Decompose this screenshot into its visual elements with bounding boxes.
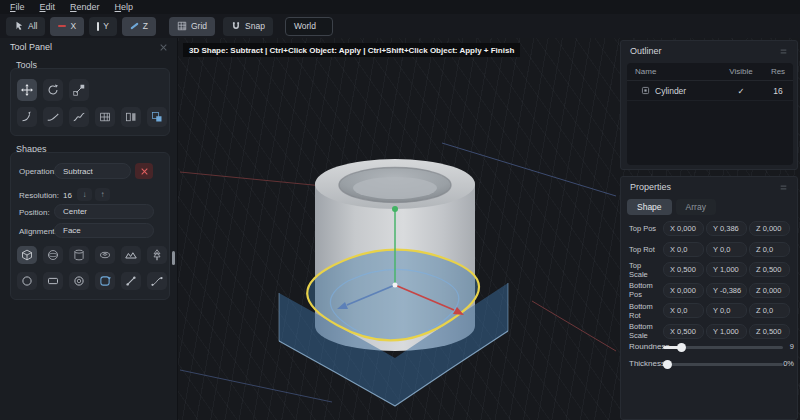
shape-loop-button[interactable] xyxy=(95,272,115,290)
shape-sphere-button[interactable] xyxy=(43,246,63,264)
prop-x-field[interactable]: X 0,000 xyxy=(663,283,704,298)
prop-y-field[interactable]: Y 1,000 xyxy=(706,324,747,339)
operation-select[interactable]: Subtract xyxy=(54,163,131,179)
shape-torus-button[interactable] xyxy=(95,246,115,264)
gizmo-y-handle[interactable] xyxy=(392,206,398,212)
visibility-toggle[interactable]: ✓ xyxy=(719,86,763,96)
menu-help[interactable]: Help xyxy=(115,2,134,12)
prop-x-field[interactable]: X 0,500 xyxy=(663,262,704,277)
resolution-increase-button[interactable]: ↑ xyxy=(95,188,110,201)
shape-ring-button[interactable] xyxy=(69,272,89,290)
tool-panel: Tool Panel Tools Shapes Operation: Subtr… xyxy=(0,38,178,420)
toolbar-all-button[interactable]: All xyxy=(6,17,45,36)
prop-x-field[interactable]: X 0,0 xyxy=(663,303,704,318)
gizmo-center[interactable] xyxy=(393,283,398,288)
tools-card xyxy=(10,68,170,136)
tab-shape[interactable]: Shape xyxy=(627,199,672,215)
tool-move-button[interactable] xyxy=(17,79,37,101)
toolbar-z-button[interactable]: Z xyxy=(122,17,156,36)
toolbar-y-label: Y xyxy=(103,21,109,31)
panel-resize-handle[interactable] xyxy=(172,251,175,265)
axis-z-line-near xyxy=(180,370,332,402)
tool-boolean-button[interactable] xyxy=(147,107,167,127)
shape-circle-button[interactable] xyxy=(17,272,37,290)
shape-curve-points-button[interactable] xyxy=(147,272,167,290)
menu-icon[interactable] xyxy=(779,183,788,192)
shape-tree-button[interactable] xyxy=(147,246,167,264)
slider-track[interactable] xyxy=(663,346,783,349)
menu-icon[interactable] xyxy=(779,47,788,56)
tool-curve-flat-button[interactable] xyxy=(43,107,63,127)
y-axis-icon xyxy=(97,22,99,31)
position-select[interactable]: Center xyxy=(54,204,154,219)
bend-icon xyxy=(21,111,33,123)
tab-array[interactable]: Array xyxy=(676,199,716,215)
resolution-decrease-button[interactable]: ↓ xyxy=(77,188,92,201)
shape-cube-button[interactable] xyxy=(17,246,37,264)
circle-icon xyxy=(21,275,33,287)
prop-z-field[interactable]: Z 0,500 xyxy=(749,262,790,277)
toolbar-x-button[interactable]: X xyxy=(50,17,84,36)
cylinder-icon xyxy=(73,249,85,261)
alignment-select[interactable]: Face xyxy=(54,223,154,238)
slider-handle[interactable] xyxy=(663,360,672,369)
position-label: Position: xyxy=(19,208,50,217)
close-icon[interactable] xyxy=(159,43,168,52)
menu-edit[interactable]: Edit xyxy=(40,2,56,12)
toolbar: AllXYZGridSnap World xyxy=(0,14,800,38)
prop-x-field[interactable]: X 0,000 xyxy=(663,221,704,236)
prop-z-field[interactable]: Z 0,000 xyxy=(749,283,790,298)
prop-x-field[interactable]: X 0,500 xyxy=(663,324,704,339)
move-icon xyxy=(21,84,33,96)
tool-scale-button[interactable] xyxy=(69,79,89,101)
alignment-label: Alignment: xyxy=(19,227,57,236)
tool-bend-button[interactable] xyxy=(17,107,37,127)
outliner-title: Outliner xyxy=(630,46,662,56)
shape-terrain-button[interactable] xyxy=(121,246,141,264)
prop-z-field[interactable]: Z 0,0 xyxy=(749,303,790,318)
shapes-card: Operation: Subtract Resolution: 16 ↓ ↑ P… xyxy=(10,152,170,300)
prop-z-field[interactable]: Z 0,500 xyxy=(749,324,790,339)
axis-x-line-far xyxy=(532,301,616,351)
tool-curve-s-button[interactable] xyxy=(69,107,89,127)
slider-value: 9 xyxy=(790,342,794,351)
slider-track[interactable] xyxy=(663,363,783,366)
slider-handle[interactable] xyxy=(677,343,686,352)
tool-rotate-button[interactable] xyxy=(43,79,63,101)
toolbar-x-label: X xyxy=(70,21,76,31)
shape-rectangle-button[interactable] xyxy=(43,272,63,290)
menu-render[interactable]: Render xyxy=(70,2,100,12)
cube-outline-icon xyxy=(641,86,650,95)
world-select[interactable]: World xyxy=(285,17,333,36)
tool-mirror-button[interactable] xyxy=(121,107,141,127)
prop-y-field[interactable]: Y 0,386 xyxy=(706,221,747,236)
toolbar-z-label: Z xyxy=(143,21,148,31)
tool-array-grid-button[interactable] xyxy=(95,107,115,127)
shape-cylinder-button[interactable] xyxy=(69,246,89,264)
prop-label: Bottom Pos xyxy=(629,281,661,299)
rotate-icon xyxy=(47,84,59,96)
prop-y-field[interactable]: Y 0,0 xyxy=(706,242,747,257)
shape-line-button[interactable] xyxy=(121,272,141,290)
toolbar-y-button[interactable]: Y xyxy=(89,17,117,36)
prop-x-field[interactable]: X 0,0 xyxy=(663,242,704,257)
prop-z-field[interactable]: Z 0,000 xyxy=(749,221,790,236)
prop-y-field[interactable]: Y -0,386 xyxy=(706,283,747,298)
prop-y-field[interactable]: Y 1,000 xyxy=(706,262,747,277)
prop-label: Top Scale xyxy=(629,261,661,279)
prop-y-field[interactable]: Y 0,0 xyxy=(706,303,747,318)
toolbar-snap-label: Snap xyxy=(245,21,265,31)
toolbar-grid-button[interactable]: Grid xyxy=(169,17,215,36)
magnet-icon xyxy=(231,21,241,31)
resolution-label: Resolution: xyxy=(19,191,59,200)
properties-sliders: Roundness9Thickness0% xyxy=(621,338,799,372)
toolbar-snap-button[interactable]: Snap xyxy=(223,17,273,36)
tree-icon xyxy=(151,249,163,261)
outliner-row-cylinder[interactable]: Cylinder✓16 xyxy=(627,81,793,101)
remove-operation-button[interactable] xyxy=(135,163,153,179)
slider-roundness: Roundness9 xyxy=(621,338,799,355)
prop-row-top-pos: Top PosX 0,000Y 0,386Z 0,000 xyxy=(621,221,799,236)
prop-z-field[interactable]: Z 0,0 xyxy=(749,242,790,257)
menu-file[interactable]: File xyxy=(10,2,25,12)
properties-rows: Top PosX 0,000Y 0,386Z 0,000Top RotX 0,0… xyxy=(621,221,799,339)
